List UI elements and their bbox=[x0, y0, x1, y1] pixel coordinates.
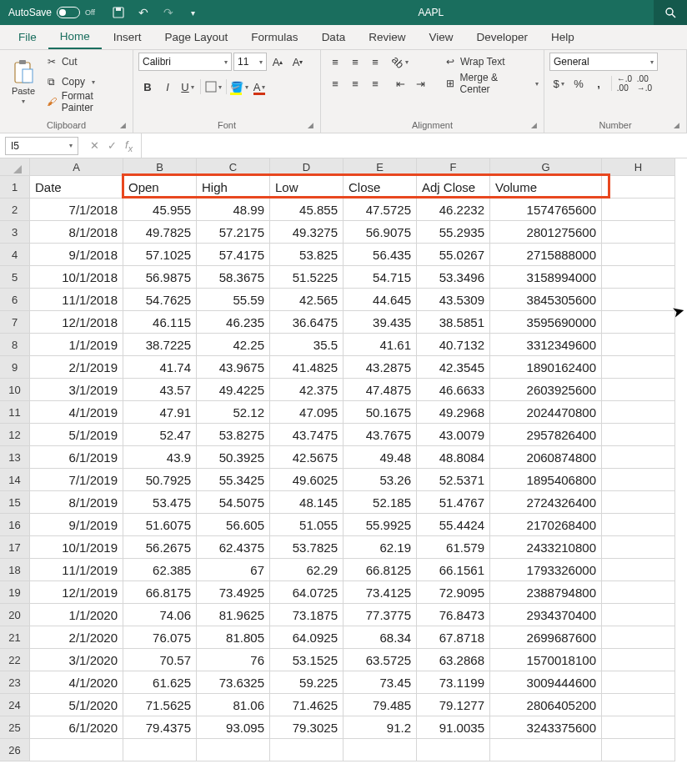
spreadsheet-grid[interactable]: ABCDEFGH1DateOpenHighLowCloseAdj CloseVo… bbox=[0, 158, 687, 761]
table-cell[interactable]: 4/1/2020 bbox=[30, 671, 123, 694]
align-bottom-icon[interactable]: ≡ bbox=[366, 53, 384, 71]
table-cell[interactable]: 3009444600 bbox=[490, 671, 602, 694]
fill-color-button[interactable]: 🪣 bbox=[230, 78, 248, 96]
table-cell[interactable] bbox=[602, 356, 675, 379]
paste-button[interactable]: Paste ▾ bbox=[5, 53, 42, 111]
table-cell[interactable]: 56.605 bbox=[197, 514, 270, 536]
table-cell[interactable]: 48.8084 bbox=[417, 446, 490, 469]
tab-review[interactable]: Review bbox=[357, 25, 417, 49]
font-size-select[interactable]: 11▾ bbox=[233, 53, 267, 71]
table-cell[interactable]: 44.645 bbox=[344, 289, 417, 311]
table-cell[interactable]: 62.4375 bbox=[197, 536, 270, 559]
font-launcher-icon[interactable]: ◢ bbox=[308, 121, 313, 129]
table-cell[interactable]: 1895406800 bbox=[490, 469, 602, 491]
table-cell[interactable]: 2934370400 bbox=[490, 604, 602, 626]
row-header[interactable]: 8 bbox=[0, 334, 30, 356]
table-cell[interactable]: 2801275600 bbox=[490, 221, 602, 244]
table-cell[interactable]: 59.225 bbox=[270, 671, 344, 694]
table-cell[interactable]: 61.625 bbox=[123, 671, 197, 694]
row-header[interactable]: 22 bbox=[0, 649, 30, 671]
table-cell[interactable] bbox=[344, 739, 417, 761]
cut-button[interactable]: ✂Cut bbox=[45, 53, 128, 71]
table-cell[interactable]: 38.7225 bbox=[123, 334, 197, 356]
table-cell[interactable]: 51.4767 bbox=[417, 491, 490, 514]
table-cell[interactable]: 43.7675 bbox=[344, 424, 417, 446]
table-cell[interactable]: 43.9675 bbox=[197, 356, 270, 379]
clipboard-launcher-icon[interactable]: ◢ bbox=[120, 121, 126, 129]
font-color-button[interactable]: A bbox=[250, 78, 268, 96]
table-cell[interactable]: 56.435 bbox=[344, 244, 417, 266]
table-cell[interactable]: 67 bbox=[197, 559, 270, 581]
table-cell[interactable]: 79.4375 bbox=[123, 716, 197, 739]
table-cell[interactable]: 40.7132 bbox=[417, 334, 490, 356]
table-cell[interactable]: 3/1/2020 bbox=[30, 649, 123, 671]
table-cell[interactable] bbox=[602, 694, 675, 716]
table-cell[interactable] bbox=[602, 536, 675, 559]
table-cell[interactable]: 43.7475 bbox=[270, 424, 344, 446]
table-cell[interactable]: 62.385 bbox=[123, 559, 197, 581]
table-cell[interactable]: 53.1525 bbox=[270, 649, 344, 671]
tab-developer[interactable]: Developer bbox=[464, 25, 539, 49]
table-cell[interactable]: 52.185 bbox=[344, 491, 417, 514]
table-header-cell[interactable]: Volume bbox=[490, 176, 602, 199]
table-cell[interactable]: 42.25 bbox=[197, 334, 270, 356]
table-cell[interactable]: 56.9875 bbox=[123, 266, 197, 289]
align-top-icon[interactable]: ≡ bbox=[326, 53, 344, 71]
table-cell[interactable]: 49.3275 bbox=[270, 221, 344, 244]
table-cell[interactable]: 1574765600 bbox=[490, 199, 602, 221]
table-cell[interactable]: 73.1875 bbox=[270, 604, 344, 626]
table-cell[interactable]: 2060874800 bbox=[490, 446, 602, 469]
column-header[interactable]: F bbox=[417, 158, 490, 176]
number-format-select[interactable]: General▾ bbox=[549, 53, 658, 71]
table-cell[interactable]: 1/1/2019 bbox=[30, 334, 123, 356]
table-header-cell[interactable]: High bbox=[197, 176, 270, 199]
table-cell[interactable]: 62.19 bbox=[344, 536, 417, 559]
bold-button[interactable]: B bbox=[138, 78, 157, 96]
row-header[interactable]: 1 bbox=[0, 176, 30, 199]
align-middle-icon[interactable]: ≡ bbox=[346, 53, 364, 71]
table-cell[interactable]: 2/1/2019 bbox=[30, 356, 123, 379]
table-cell[interactable] bbox=[602, 581, 675, 604]
table-cell[interactable]: 47.91 bbox=[123, 401, 197, 424]
table-cell[interactable]: 43.57 bbox=[123, 379, 197, 401]
increase-indent-icon[interactable]: ⇥ bbox=[411, 74, 429, 93]
column-header[interactable]: G bbox=[490, 158, 602, 176]
column-header[interactable]: C bbox=[197, 158, 270, 176]
table-cell[interactable]: 55.3425 bbox=[197, 469, 270, 491]
table-cell[interactable]: 43.9 bbox=[123, 446, 197, 469]
table-cell[interactable]: 2024470800 bbox=[490, 401, 602, 424]
align-left-icon[interactable]: ≡ bbox=[326, 74, 344, 93]
table-cell[interactable]: 6/1/2020 bbox=[30, 716, 123, 739]
table-cell[interactable]: 2/1/2020 bbox=[30, 626, 123, 649]
table-cell[interactable]: 11/1/2018 bbox=[30, 289, 123, 311]
table-cell[interactable]: 2699687600 bbox=[490, 626, 602, 649]
save-icon[interactable] bbox=[112, 6, 125, 19]
autosave-control[interactable]: AutoSave Off bbox=[0, 7, 103, 18]
table-cell[interactable]: 53.7825 bbox=[270, 536, 344, 559]
table-cell[interactable] bbox=[602, 559, 675, 581]
row-header[interactable]: 15 bbox=[0, 491, 30, 514]
table-cell[interactable]: 41.4825 bbox=[270, 356, 344, 379]
table-cell[interactable]: 54.715 bbox=[344, 266, 417, 289]
row-header[interactable]: 4 bbox=[0, 244, 30, 266]
table-cell[interactable]: 38.5851 bbox=[417, 311, 490, 334]
table-cell[interactable]: 74.06 bbox=[123, 604, 197, 626]
row-header[interactable]: 18 bbox=[0, 559, 30, 581]
table-cell[interactable]: 67.8718 bbox=[417, 626, 490, 649]
table-cell[interactable]: 12/1/2019 bbox=[30, 581, 123, 604]
table-cell[interactable]: 57.1025 bbox=[123, 244, 197, 266]
tab-file[interactable]: File bbox=[7, 25, 48, 49]
table-cell[interactable]: 49.4225 bbox=[197, 379, 270, 401]
table-cell[interactable]: 8/1/2018 bbox=[30, 221, 123, 244]
table-cell[interactable]: 48.99 bbox=[197, 199, 270, 221]
table-cell[interactable] bbox=[30, 739, 123, 761]
tab-formulas[interactable]: Formulas bbox=[239, 25, 309, 49]
fx-icon[interactable]: fx bbox=[125, 138, 133, 153]
table-cell[interactable]: 51.055 bbox=[270, 514, 344, 536]
table-cell[interactable]: 9/1/2019 bbox=[30, 514, 123, 536]
table-cell[interactable] bbox=[602, 469, 675, 491]
table-cell[interactable]: 53.3496 bbox=[417, 266, 490, 289]
table-cell[interactable]: 46.115 bbox=[123, 311, 197, 334]
table-cell[interactable] bbox=[602, 739, 675, 761]
table-cell[interactable]: 70.57 bbox=[123, 649, 197, 671]
